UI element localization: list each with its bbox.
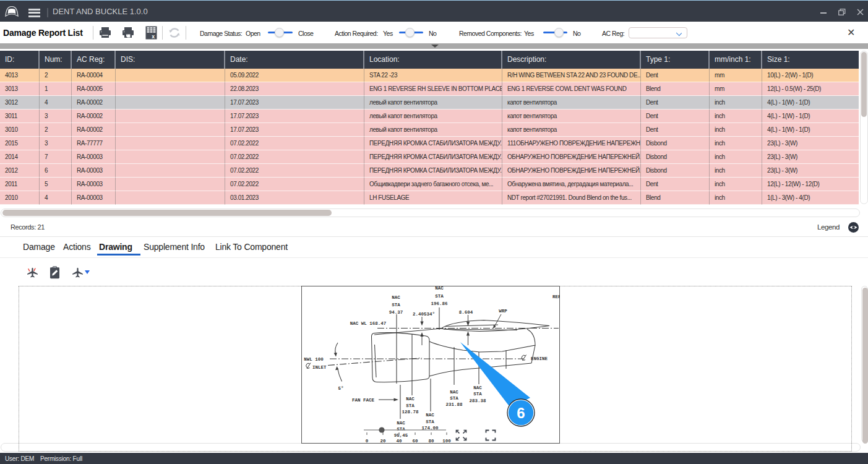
svg-text:ENGINE: ENGINE (531, 356, 548, 361)
svg-text:x: x (152, 33, 155, 40)
svg-text:STA: STA (426, 419, 434, 424)
svg-text:40: 40 (396, 439, 402, 444)
svg-text:2.40534°: 2.40534° (413, 312, 435, 317)
svg-text:283.38: 283.38 (469, 398, 486, 403)
svg-text:STA: STA (392, 303, 400, 307)
svg-text:NAC: NAC (406, 397, 415, 402)
svg-text:NAC: NAC (392, 295, 400, 300)
svg-text:STA: STA (473, 392, 482, 397)
svg-text:INLET: INLET (312, 365, 327, 370)
svg-text:100: 100 (442, 439, 451, 444)
svg-text:95,45: 95,45 (394, 433, 408, 438)
svg-text:NWL 100: NWL 100 (304, 357, 324, 362)
svg-text:STA: STA (406, 403, 415, 408)
svg-text:NAC: NAC (473, 385, 482, 390)
svg-text:NAC: NAC (397, 421, 405, 426)
svg-text:196.86: 196.86 (431, 301, 448, 306)
svg-text:20: 20 (380, 439, 386, 444)
svg-text:80: 80 (428, 439, 434, 444)
svg-text:WRP: WRP (499, 309, 507, 314)
svg-text:5°: 5° (338, 386, 343, 391)
svg-text:REFE: REFE (552, 294, 560, 299)
svg-text:60: 60 (412, 439, 418, 444)
svg-text:128.78: 128.78 (402, 410, 419, 415)
svg-text:STA: STA (450, 396, 458, 401)
svg-text:94.37: 94.37 (389, 310, 403, 315)
svg-text:NAC: NAC (426, 413, 434, 418)
svg-text:STA: STA (435, 294, 444, 299)
svg-text:8.604: 8.604 (459, 310, 473, 315)
svg-text:NAC: NAC (435, 286, 444, 291)
svg-text:0: 0 (366, 439, 369, 444)
svg-text:231.88: 231.88 (445, 402, 463, 407)
svg-text:6: 6 (517, 405, 525, 421)
svg-text:FAN FACE: FAN FACE (352, 398, 375, 403)
svg-text:NAC WL 168.47: NAC WL 168.47 (350, 321, 387, 326)
svg-text:STA: STA (397, 427, 405, 432)
svg-text:NAC: NAC (450, 390, 458, 395)
